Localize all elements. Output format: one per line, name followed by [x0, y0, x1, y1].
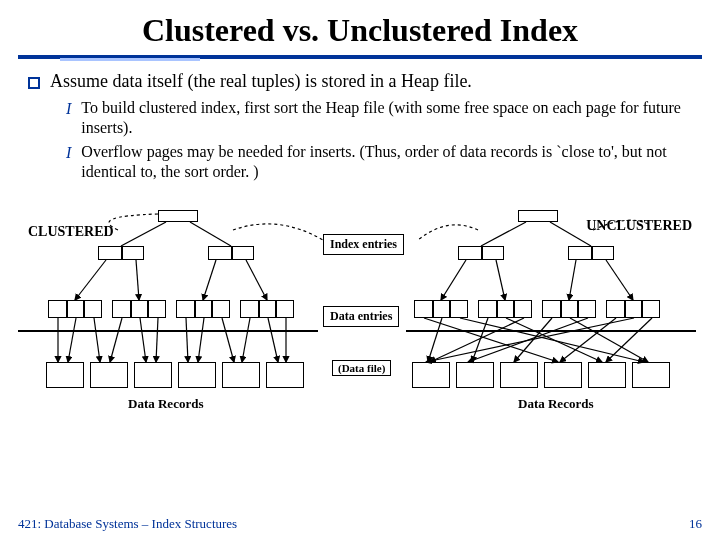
svg-line-2	[75, 260, 106, 300]
svg-line-14	[222, 318, 234, 362]
svg-line-15	[242, 318, 250, 362]
svg-line-5	[246, 260, 267, 300]
svg-line-13	[198, 318, 204, 362]
svg-line-18	[481, 222, 526, 246]
svg-line-12	[186, 318, 188, 362]
svg-line-16	[268, 318, 278, 362]
svg-line-0	[121, 222, 166, 246]
slide-title: Clustered vs. Unclustered Index	[0, 0, 720, 49]
svg-line-31	[570, 318, 648, 362]
svg-line-8	[94, 318, 100, 362]
svg-line-22	[569, 260, 576, 300]
svg-line-25	[428, 318, 442, 362]
footer-left: 421: Database Systems – Index Structures	[18, 516, 237, 532]
sub-bullet-list: I To build clustered index, first sort t…	[66, 98, 692, 182]
svg-line-35	[606, 318, 652, 362]
svg-line-11	[156, 318, 158, 362]
data-records-label: Data Records	[128, 396, 203, 412]
diagram: CLUSTERED UNCLUSTERED Index entries Data…	[28, 196, 692, 436]
page-number: 16	[689, 516, 702, 532]
svg-line-19	[550, 222, 591, 246]
sub-bullet-text: Overflow pages may be needed for inserts…	[81, 142, 692, 182]
sub-bullet: I Overflow pages may be needed for inser…	[66, 142, 692, 182]
svg-line-21	[496, 260, 505, 300]
script-bullet-icon: I	[66, 100, 71, 118]
svg-line-3	[136, 260, 139, 300]
sub-bullet-text: To build clustered index, first sort the…	[81, 98, 692, 138]
sub-bullet: I To build clustered index, first sort t…	[66, 98, 692, 138]
svg-line-20	[441, 260, 466, 300]
svg-line-9	[110, 318, 122, 362]
slide-footer: 421: Database Systems – Index Structures…	[18, 516, 702, 532]
svg-line-10	[140, 318, 146, 362]
square-bullet-icon	[28, 77, 40, 89]
svg-line-7	[68, 318, 76, 362]
data-records-label: Data Records	[518, 396, 593, 412]
svg-line-34	[426, 318, 634, 362]
svg-line-1	[190, 222, 231, 246]
svg-line-4	[203, 260, 216, 300]
svg-line-23	[606, 260, 633, 300]
main-bullet: Assume data itself (the real tuples) is …	[28, 71, 692, 92]
main-bullet-text: Assume data itself (the real tuples) is …	[50, 71, 472, 92]
script-bullet-icon: I	[66, 144, 71, 162]
content-area: Assume data itself (the real tuples) is …	[0, 61, 720, 436]
